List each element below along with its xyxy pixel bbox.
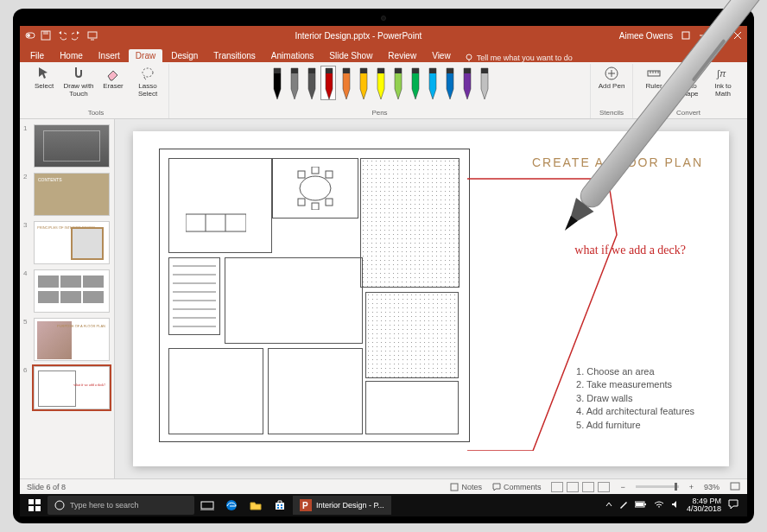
tab-design[interactable]: Design bbox=[164, 49, 205, 62]
tab-review[interactable]: Review bbox=[381, 49, 423, 62]
tray-battery-icon[interactable] bbox=[635, 501, 647, 510]
start-button[interactable] bbox=[23, 496, 46, 515]
undo-icon[interactable] bbox=[56, 30, 67, 41]
add-pen-button[interactable]: Add Pen bbox=[596, 66, 627, 91]
lightbulb-icon bbox=[465, 54, 473, 62]
step-item: 1. Choose an area bbox=[576, 365, 694, 378]
tab-view[interactable]: View bbox=[425, 49, 458, 62]
svg-rect-54 bbox=[186, 214, 246, 231]
pen-swatch[interactable] bbox=[390, 66, 405, 100]
thumbnail-2[interactable]: 2CONTENTS bbox=[23, 173, 111, 216]
cortana-icon bbox=[54, 500, 65, 510]
notes-button[interactable]: Notes bbox=[450, 483, 482, 491]
ink-to-shape-button[interactable]: Ink to Shape bbox=[673, 66, 704, 98]
eraser-button[interactable]: Eraser bbox=[98, 66, 129, 91]
pen-swatch[interactable] bbox=[372, 66, 388, 100]
tab-slideshow[interactable]: Slide Show bbox=[322, 49, 379, 62]
pen-swatch[interactable] bbox=[441, 66, 457, 100]
slide-steps-list[interactable]: 1. Choose an area 2. Take measurements 3… bbox=[576, 365, 694, 432]
minimize-icon[interactable] bbox=[699, 31, 707, 40]
close-icon[interactable] bbox=[733, 31, 742, 40]
svg-rect-59 bbox=[29, 499, 34, 504]
taskbar-powerpoint[interactable]: P Interior Design - P... bbox=[293, 496, 391, 515]
fit-to-window-button[interactable] bbox=[730, 482, 740, 492]
pen-swatch[interactable] bbox=[459, 66, 474, 100]
tab-file[interactable]: File bbox=[23, 49, 51, 62]
zoom-out-button[interactable]: − bbox=[620, 483, 624, 491]
tab-home[interactable]: Home bbox=[53, 49, 90, 62]
edge-icon[interactable] bbox=[220, 496, 243, 515]
thumbnail-5[interactable]: 5PURPOSE OF A FLOOR PLAN bbox=[23, 318, 111, 361]
reading-view-button[interactable] bbox=[582, 482, 594, 492]
pen-swatch[interactable] bbox=[476, 66, 491, 100]
pen-swatch[interactable] bbox=[320, 66, 336, 100]
svg-text:∫π: ∫π bbox=[716, 68, 726, 79]
thumbnail-1[interactable]: 1 bbox=[23, 124, 111, 168]
ruler-button[interactable]: Ruler bbox=[638, 66, 669, 91]
thumbnail-6[interactable]: 6what if we add a deck? bbox=[23, 366, 111, 409]
taskbar-search[interactable]: Type here to search bbox=[48, 496, 194, 515]
svg-rect-57 bbox=[451, 484, 458, 491]
slide-canvas[interactable]: CREATE A FLOOR PLAN what if we add a dec… bbox=[115, 119, 747, 478]
tray-chevron-icon[interactable] bbox=[605, 501, 612, 510]
save-icon[interactable] bbox=[41, 30, 51, 41]
start-slideshow-icon[interactable] bbox=[87, 30, 98, 41]
maximize-icon[interactable] bbox=[716, 31, 725, 40]
explorer-icon[interactable] bbox=[244, 496, 267, 515]
user-name[interactable]: Aimee Owens bbox=[619, 31, 673, 41]
tab-draw[interactable]: Draw bbox=[129, 49, 162, 62]
store-icon[interactable] bbox=[269, 496, 291, 515]
pen-swatch[interactable] bbox=[303, 66, 319, 100]
zoom-in-button[interactable]: + bbox=[689, 483, 694, 491]
svg-rect-12 bbox=[291, 68, 298, 73]
tab-insert[interactable]: Insert bbox=[92, 49, 127, 62]
svg-rect-67 bbox=[276, 503, 284, 510]
group-label-stencils: Stencils bbox=[599, 107, 624, 118]
pen-swatch[interactable] bbox=[338, 66, 353, 100]
pen-swatch[interactable] bbox=[407, 66, 422, 100]
slide-thumbnail-panel[interactable]: 1 2CONTENTS 3PRINCIPLES OF INTERIOR DESI… bbox=[20, 119, 115, 478]
tray-volume-icon[interactable] bbox=[671, 500, 680, 510]
svg-point-8 bbox=[143, 68, 153, 77]
zoom-percent[interactable]: 93% bbox=[704, 483, 719, 491]
slide-headline[interactable]: CREATE A FLOOR PLAN bbox=[532, 155, 703, 169]
pen-swatch[interactable] bbox=[355, 66, 371, 100]
svg-rect-28 bbox=[429, 68, 436, 73]
ribbon-options-icon[interactable] bbox=[681, 31, 690, 40]
tray-wifi-icon[interactable] bbox=[654, 500, 664, 510]
action-center-icon[interactable] bbox=[728, 499, 738, 511]
draw-with-touch-button[interactable]: Draw with Touch bbox=[63, 66, 94, 98]
tell-me-search[interactable]: Tell me what you want to do bbox=[465, 54, 573, 62]
group-tools: Select Draw with Touch Eraser Lasso Sele… bbox=[23, 64, 169, 118]
autosave-toggle-icon[interactable] bbox=[25, 30, 35, 41]
slideshow-view-button[interactable] bbox=[598, 482, 610, 492]
system-clock[interactable]: 8:49 PM 4/30/2018 bbox=[687, 497, 721, 513]
zoom-slider[interactable] bbox=[636, 485, 679, 488]
redo-icon[interactable] bbox=[72, 30, 82, 41]
thumbnail-4[interactable]: 4 bbox=[23, 269, 111, 313]
svg-rect-69 bbox=[281, 504, 282, 506]
svg-rect-68 bbox=[277, 504, 279, 506]
sorter-view-button[interactable] bbox=[567, 482, 579, 492]
lasso-select-button[interactable]: Lasso Select bbox=[132, 66, 163, 98]
tray-pen-icon[interactable] bbox=[619, 500, 628, 510]
ink-to-math-button[interactable]: ∫π Ink to Math bbox=[707, 66, 738, 98]
select-button[interactable]: Select bbox=[29, 66, 60, 91]
pen-swatch[interactable] bbox=[269, 66, 284, 100]
svg-rect-10 bbox=[274, 68, 281, 73]
comments-button[interactable]: Comments bbox=[492, 483, 542, 491]
current-slide[interactable]: CREATE A FLOOR PLAN what if we add a dec… bbox=[133, 131, 729, 466]
svg-rect-70 bbox=[277, 507, 279, 509]
step-item: 2. Take measurements bbox=[576, 378, 694, 391]
tab-animations[interactable]: Animations bbox=[264, 49, 320, 62]
thumbnail-3[interactable]: 3PRINCIPLES OF INTERIOR DESIGN bbox=[23, 221, 111, 264]
pen-swatch[interactable] bbox=[286, 66, 301, 100]
svg-rect-60 bbox=[35, 499, 41, 504]
pen-swatch[interactable] bbox=[424, 66, 440, 100]
svg-rect-18 bbox=[343, 68, 350, 73]
svg-rect-58 bbox=[731, 483, 739, 490]
tab-transitions[interactable]: Transitions bbox=[206, 49, 263, 62]
svg-rect-20 bbox=[360, 68, 367, 73]
task-view-button[interactable] bbox=[196, 496, 219, 515]
normal-view-button[interactable] bbox=[551, 482, 563, 492]
